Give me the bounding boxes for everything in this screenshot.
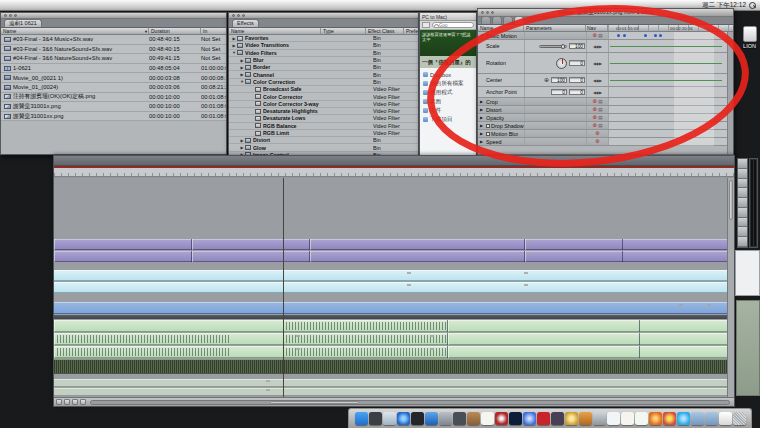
value-field[interactable]: 0	[569, 60, 585, 66]
chrome-icon[interactable]	[663, 412, 676, 425]
effects-row[interactable]: RGB Balance Video Filter	[229, 123, 418, 130]
browser-row[interactable]: #04-Final - 3&6 NatureSound+Sfx.wav 00:4…	[1, 54, 226, 64]
parameter-row[interactable]: Anchor Point ⊕ 0 0 ◀◆▶ ⊗ ▤	[478, 87, 733, 98]
column-duration[interactable]: Duration	[149, 28, 201, 34]
effects-row[interactable]: ▶ Glow Bin	[229, 144, 418, 151]
photoshop-icon[interactable]	[509, 412, 522, 425]
word-icon[interactable]	[607, 412, 620, 425]
desktop-disk-icon[interactable]: LION	[740, 26, 759, 54]
effects-row[interactable]: RGB Limit Video Filter	[229, 130, 418, 137]
sidebar-item[interactable]: 應用程式	[420, 88, 476, 97]
parameter-row[interactable]: Scale ⊕ 100 ◀◆▶ ⊗ ▤	[478, 40, 733, 53]
parameter-row[interactable]: ▶ Drop Shadow ⊕ ◀◆▶ ⊗ ▤	[478, 122, 733, 130]
livetype-icon[interactable]	[579, 412, 592, 425]
parameter-row[interactable]: ▶ Motion Blur ⊕ ◀◆▶ ⊗ ▤	[478, 130, 733, 138]
itunes-icon[interactable]	[523, 412, 536, 425]
value-field[interactable]: 0	[551, 89, 567, 95]
tool-distort[interactable]	[738, 218, 747, 228]
effects-tab[interactable]: Effects	[232, 19, 259, 27]
parameter-row[interactable]: Rotation ⊕ 0 ◀◆▶ ⊗ ▤	[478, 53, 733, 74]
downloads-folder-icon[interactable]	[691, 412, 704, 425]
trash-icon[interactable]	[733, 412, 746, 425]
effects-row[interactable]: ▼ Video Filters Bin	[229, 50, 418, 57]
drag-filter-icon[interactable]: ▤	[598, 33, 602, 38]
sidebar-item[interactable]: Dropbox	[420, 70, 476, 79]
keyframe-graph-cell[interactable]	[608, 40, 733, 52]
value-slider[interactable]	[539, 45, 567, 48]
timeline-clip[interactable]	[192, 251, 310, 262]
firefox-icon[interactable]	[649, 412, 662, 425]
timeline-clip[interactable]	[192, 239, 310, 250]
quicktime-icon[interactable]	[411, 412, 424, 425]
column-preferred[interactable]: Preferre	[404, 28, 418, 34]
browser-titlebar[interactable]	[1, 13, 226, 19]
value-field[interactable]: 100	[551, 77, 567, 83]
back-button[interactable]	[422, 22, 430, 28]
parameter-row[interactable]: Center ⊕ 100 0 ◀◆▶ ⊗ ▤	[478, 74, 733, 87]
effects-row[interactable]: ▼ Color Correction Bin	[229, 79, 418, 86]
parameter-row[interactable]: ▼ Basic Motion ⊕ ◀◆▶ ⊗ ▤	[478, 32, 733, 40]
parameter-row[interactable]: ▶ Crop ⊕ ◀◆▶ ⊗ ▤	[478, 98, 733, 106]
effects-row[interactable]: Desaturate Highlights Video Filter	[229, 108, 418, 115]
reset-button[interactable]: ⊗	[595, 131, 600, 136]
keyframe-graph-cell[interactable]	[608, 138, 733, 145]
tool-razor-blade[interactable]	[738, 188, 747, 198]
clip-keyframes-button[interactable]	[64, 399, 70, 405]
adobe-icon[interactable]	[537, 412, 550, 425]
tool-pen[interactable]	[738, 227, 747, 237]
reset-button[interactable]: ⊗	[593, 107, 598, 112]
browser-row[interactable]: #03-Final - 3&6 NatureSound+Sfx.wav 00:4…	[1, 45, 226, 55]
reset-button[interactable]: ⊗	[593, 115, 598, 120]
tool-zoom[interactable]	[738, 198, 747, 208]
drag-filter-icon[interactable]: ▤	[598, 115, 602, 120]
effects-row[interactable]: ▶ Distort Bin	[229, 137, 418, 144]
keyframe-graph-cell[interactable]	[608, 32, 733, 39]
tool-select-track[interactable]	[738, 179, 747, 189]
sidebar-item[interactable]: 我的所有檔案	[420, 79, 476, 88]
viewer-tab[interactable]	[514, 16, 524, 24]
tool-crop[interactable]	[738, 208, 747, 218]
keyframe-graph-cell[interactable]	[608, 114, 733, 121]
spotlight-icon[interactable]	[749, 2, 756, 9]
keyframe-graph-cell[interactable]	[608, 130, 733, 137]
finder-title[interactable]: PC to Mac)	[420, 13, 476, 21]
timeline-clip[interactable]	[525, 251, 623, 262]
sidebar-item[interactable]: 文件	[420, 106, 476, 115]
center-crosshair-icon[interactable]: ⊕	[544, 77, 549, 83]
keyframe-nav-buttons[interactable]: ◀◆▶	[593, 44, 602, 49]
system-preferences-icon[interactable]	[439, 412, 452, 425]
reset-button[interactable]: ⊗	[593, 33, 598, 38]
disclosure-triangle-icon[interactable]: ▼	[480, 33, 485, 38]
textedit-icon[interactable]	[719, 412, 732, 425]
reset-button[interactable]: ⊗	[593, 99, 598, 104]
value-field[interactable]: 0	[569, 77, 585, 83]
reset-button[interactable]: ⊗	[593, 123, 598, 128]
drag-filter-icon[interactable]: ▤	[598, 99, 602, 104]
effects-titlebar[interactable]	[229, 13, 418, 19]
disclosure-triangle-icon[interactable]: ▶	[480, 139, 485, 144]
effects-row[interactable]: Color Corrector 3-way Video Filter	[229, 101, 418, 108]
effects-row[interactable]: ▶ Border Bin	[229, 64, 418, 71]
playhead[interactable]	[283, 178, 284, 397]
parameter-row[interactable]: ▶ Distort ⊕ ◀◆▶ ⊗ ▤	[478, 106, 733, 114]
keyframe-graph-cell[interactable]	[608, 122, 733, 129]
timeline-titlebar[interactable]	[54, 156, 734, 166]
disclosure-triangle-icon[interactable]: ▶	[480, 99, 485, 104]
zoom-control[interactable]	[80, 399, 86, 405]
tool-selection[interactable]	[738, 159, 747, 169]
effects-row[interactable]: Color Corrector Video Filter	[229, 93, 418, 100]
timeline-clip[interactable]	[525, 239, 623, 250]
column-effect-class[interactable]: Effect Class	[366, 28, 404, 34]
documents-folder-icon[interactable]	[705, 412, 718, 425]
search-input[interactable]: Goo	[432, 22, 474, 28]
skype-icon[interactable]	[677, 412, 690, 425]
keyframe-graph-cell[interactable]	[608, 74, 733, 86]
timeline-clip[interactable]	[310, 239, 525, 250]
calendar-icon[interactable]	[481, 412, 494, 425]
reset-button[interactable]: ⊗	[595, 139, 600, 144]
excel-icon[interactable]	[635, 412, 648, 425]
final-cut-pro-icon[interactable]	[551, 412, 564, 425]
effects-row[interactable]: Desaturate Lows Video Filter	[229, 115, 418, 122]
disclosure-triangle-icon[interactable]: ▶	[480, 115, 485, 120]
track-height-control[interactable]	[56, 399, 62, 405]
